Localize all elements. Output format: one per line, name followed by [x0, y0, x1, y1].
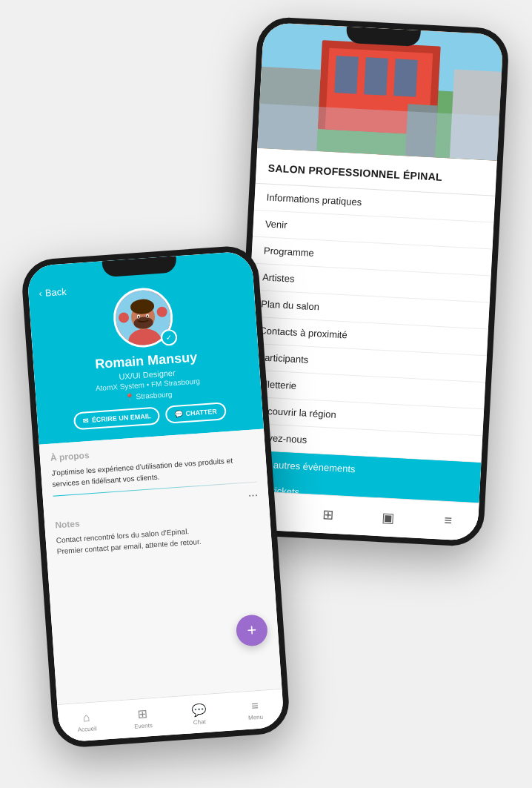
notes-section: Notes Contact rencontré lors du salon d'…: [55, 506, 262, 557]
svg-rect-7: [257, 67, 321, 151]
back-button[interactable]: ‹ Back: [39, 286, 67, 299]
svg-rect-6: [393, 59, 418, 97]
chat-nav-label: Chat: [193, 718, 206, 726]
back-phone: SALON PROFESSIONNEL ÉPINAL Informations …: [231, 16, 510, 548]
events-icon: ⊞: [137, 706, 147, 721]
profile-company: AtomX System • FM Strasbourg: [96, 377, 201, 392]
back-chevron-icon: ‹: [39, 288, 42, 299]
fab-button[interactable]: +: [235, 614, 268, 647]
front-phone: ‹ Back: [20, 245, 290, 749]
profile-actions: ✉ ÉCRIRE UN EMAIL 💬 CHATTER: [49, 400, 251, 432]
svg-rect-8: [450, 70, 502, 161]
events-label: Events: [134, 722, 153, 730]
location-text: Strasbourg: [136, 390, 173, 400]
back-label: Back: [44, 286, 67, 299]
email-icon: ✉: [83, 417, 90, 425]
back-nav-menu[interactable]: ≡: [417, 500, 479, 541]
location-pin-icon: 📍: [124, 393, 134, 402]
svg-rect-5: [364, 57, 388, 96]
chat-button[interactable]: 💬 CHATTER: [165, 402, 227, 424]
verified-badge: ✓: [160, 328, 177, 345]
front-nav-chat[interactable]: 💬 Chat: [170, 693, 228, 735]
profile-content: À propos J'optimise les expérience d'uti…: [39, 429, 282, 704]
home-icon: ⌂: [82, 711, 90, 725]
back-nav-chat[interactable]: ▣: [357, 497, 419, 538]
back-phone-content: SALON PROFESSIONNEL ÉPINAL Informations …: [239, 148, 497, 503]
profile-location: 📍 Strasbourg: [124, 390, 173, 401]
back-menu: SALON PROFESSIONNEL ÉPINAL Informations …: [239, 148, 497, 503]
svg-rect-4: [334, 56, 359, 94]
chat-nav-icon: 💬: [191, 702, 207, 717]
front-nav-home[interactable]: ⌂ Accueil: [57, 701, 116, 743]
front-nav-menu[interactable]: ≡ Menu: [226, 689, 285, 731]
back-menu-items: Informations pratiquesVenirProgrammeArti…: [242, 183, 495, 462]
svg-rect-9: [405, 104, 438, 157]
profile-name: Romain Mansuy: [95, 350, 198, 373]
back-phone-screen: SALON PROFESSIONNEL ÉPINAL Informations …: [237, 22, 503, 541]
front-phone-screen: ‹ Back: [27, 251, 285, 743]
chat-button-label: CHATTER: [185, 408, 217, 417]
menu-icon: ≡: [251, 699, 259, 713]
menu-label: Menu: [248, 714, 264, 721]
chat-icon: 💬: [174, 410, 183, 418]
profile-header: ‹ Back: [27, 251, 264, 445]
home-label: Accueil: [77, 725, 96, 733]
email-button[interactable]: ✉ ÉCRIRE UN EMAIL: [73, 406, 160, 430]
front-nav-events[interactable]: ⊞ Events: [113, 697, 172, 738]
back-nav-grid[interactable]: ⊞: [297, 494, 359, 534]
email-button-label: ÉCRIRE UN EMAIL: [92, 412, 152, 424]
